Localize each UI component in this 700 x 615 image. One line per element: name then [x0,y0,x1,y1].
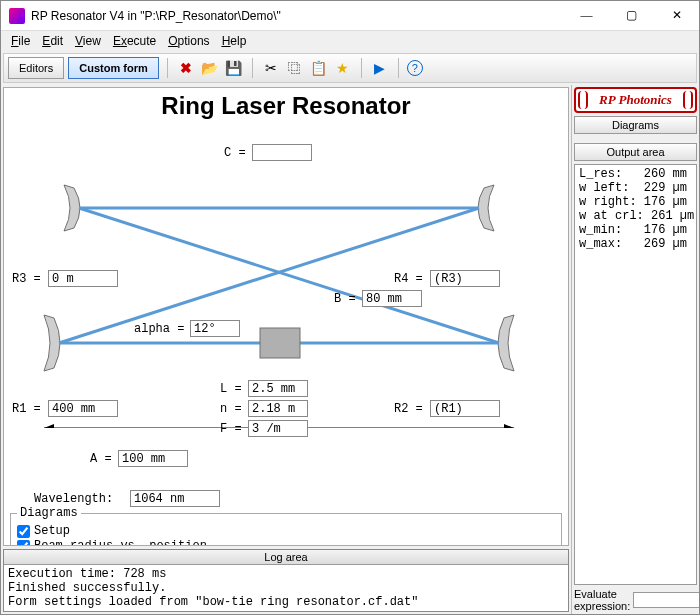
mirror-top-right [478,185,494,231]
paste-icon[interactable]: 📋 [309,58,329,78]
arrowhead-right [504,424,514,428]
menubar: File Edit View Execute Options Help [1,31,699,51]
chk-beam-box[interactable] [17,540,30,547]
mirror-bottom-right [498,315,514,371]
menu-edit[interactable]: Edit [36,32,69,50]
chk-beam[interactable]: Beam radius vs. position [17,539,555,546]
diagrams-group: Diagrams Setup Beam radius vs. position … [10,506,562,546]
input-f[interactable] [248,420,308,437]
label-l: L = [220,382,242,396]
brand-banner: RP Photonics [574,87,697,113]
input-r4[interactable] [430,270,500,287]
save-icon[interactable]: 💾 [224,58,244,78]
menu-options[interactable]: Options [162,32,215,50]
eval-label: Evaluate expression: [574,588,630,612]
close-button[interactable]: ✕ [654,1,699,31]
minimize-button[interactable]: — [564,1,609,31]
toolbar: Editors Custom form ✖ 📂 💾 ✂ ⿻ 📋 ★ ▶ ? [3,53,697,83]
arrowhead-left [44,424,54,428]
label-b: B = [334,292,356,306]
form-panel: Ring Laser Resonator [3,87,569,546]
chk-setup[interactable]: Setup [17,524,555,538]
eval-row: Evaluate expression: [574,588,697,612]
help-icon[interactable]: ? [407,60,423,76]
app-icon [9,8,25,24]
main-panel: Ring Laser Resonator [1,85,571,614]
input-n[interactable] [248,400,308,417]
mirror-bottom-left [44,315,60,371]
run-icon[interactable]: ▶ [370,58,390,78]
delete-icon[interactable]: ✖ [176,58,196,78]
label-c: C = [224,146,246,160]
menu-view[interactable]: View [69,32,107,50]
custom-form-button[interactable]: Custom form [68,57,158,79]
side-panel: RP Photonics Diagrams Output area L_res:… [571,85,699,614]
output-header: Output area [574,143,697,161]
separator [167,58,168,78]
favorite-icon[interactable]: ★ [333,58,353,78]
log-line: Finished successfully. [8,581,564,595]
label-f: F = [220,422,242,436]
input-r3[interactable] [48,270,118,287]
input-alpha[interactable] [190,320,240,337]
maximize-button[interactable]: ▢ [609,1,654,31]
mirror-top-left [64,185,80,231]
copy-icon[interactable]: ⿻ [285,58,305,78]
output-body[interactable]: L_res: 260 mm w left: 229 µm w right: 17… [574,164,697,585]
input-b[interactable] [362,290,422,307]
separator [398,58,399,78]
window-title: RP Resonator V4 in "P:\RP_Resonator\Demo… [31,9,564,23]
label-r3: R3 = [12,272,41,286]
open-icon[interactable]: 📂 [200,58,220,78]
app-window: RP Resonator V4 in "P:\RP_Resonator\Demo… [0,0,700,615]
input-r1[interactable] [48,400,118,417]
input-a[interactable] [118,450,188,467]
diagrams-legend: Diagrams [17,506,81,520]
menu-execute[interactable]: Execute [107,32,162,50]
menu-help[interactable]: Help [216,32,253,50]
separator [252,58,253,78]
label-r2: R2 = [394,402,423,416]
diagrams-button[interactable]: Diagrams [574,116,697,134]
input-l[interactable] [248,380,308,397]
label-n: n = [220,402,242,416]
log-body[interactable]: Execution time: 728 ms Finished successf… [4,565,568,611]
input-r2[interactable] [430,400,500,417]
titlebar: RP Resonator V4 in "P:\RP_Resonator\Demo… [1,1,699,31]
separator [361,58,362,78]
log-header: Log area [4,550,568,565]
label-r1: R1 = [12,402,41,416]
input-wavelength[interactable] [130,490,220,507]
label-a: A = [90,452,112,466]
log-line: Form settings loaded from "bow-tie ring … [8,595,564,609]
editors-button[interactable]: Editors [8,57,64,79]
content: Ring Laser Resonator [1,85,699,614]
menu-file[interactable]: File [5,32,36,50]
label-alpha: alpha = [134,322,184,336]
log-panel: Log area Execution time: 728 ms Finished… [3,549,569,612]
cut-icon[interactable]: ✂ [261,58,281,78]
label-wavelength: Wavelength: [34,492,113,506]
chk-setup-box[interactable] [17,525,30,538]
label-r4: R4 = [394,272,423,286]
form-title: Ring Laser Resonator [4,92,568,120]
log-line: Execution time: 728 ms [8,567,564,581]
input-c[interactable] [252,144,312,161]
crystal [260,328,300,358]
eval-input[interactable] [633,592,699,608]
